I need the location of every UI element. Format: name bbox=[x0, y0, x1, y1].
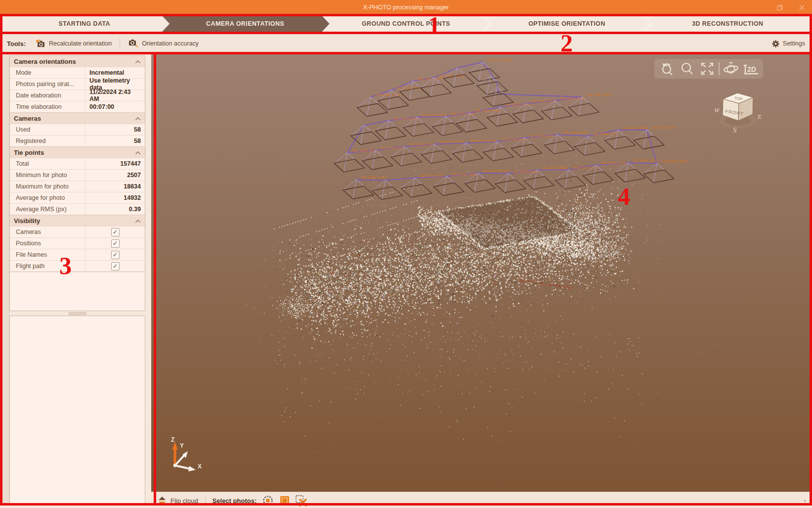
property-label: Average for photo bbox=[10, 192, 85, 203]
zoom-icon[interactable] bbox=[678, 60, 696, 78]
property-value: Use telemetry data bbox=[85, 79, 145, 90]
nav-cube[interactable]: TOP FRONT W E S bbox=[712, 90, 764, 138]
tab-label: 3D RECONSTRUCTION bbox=[692, 20, 763, 27]
property-label: Mode bbox=[10, 67, 85, 78]
orbit-icon[interactable] bbox=[722, 60, 740, 78]
file-names-checkbox[interactable]: ✓ bbox=[111, 251, 120, 259]
panel-lower-area bbox=[9, 316, 145, 504]
property-row: Used58 bbox=[10, 124, 145, 135]
property-row: ModeIncremental bbox=[10, 67, 145, 78]
tool-button-label: Orientation accuracy bbox=[142, 40, 199, 47]
tools-buttons: Recalculate orientationOrientation accur… bbox=[33, 37, 202, 51]
camera-recalculate-icon bbox=[36, 39, 45, 49]
restore-button[interactable] bbox=[774, 2, 785, 13]
property-label: File Names bbox=[10, 249, 85, 260]
panel-splitter[interactable] bbox=[9, 311, 145, 316]
property-value: 157447 bbox=[85, 158, 145, 169]
window-controls bbox=[774, 0, 807, 15]
tab-wrap: 3D RECONSTRUCTION bbox=[643, 15, 812, 33]
splitter-grip-icon bbox=[69, 312, 86, 315]
viewport-3d: 2D TOP FRONT W E S bbox=[151, 54, 812, 508]
tools-bar: Tools: Recalculate orientationOrientatio… bbox=[0, 33, 812, 54]
property-row: Average for photo14932 bbox=[10, 192, 145, 203]
tools-prefix-label: Tools: bbox=[7, 40, 26, 47]
select-photos-buttons bbox=[261, 494, 312, 507]
property-label: Maximum for photo bbox=[10, 181, 85, 192]
compass-east-label: E bbox=[757, 113, 762, 120]
section-title: Cameras bbox=[14, 115, 135, 122]
property-row: Time elaboration00:07:00 bbox=[10, 101, 145, 112]
property-label: Minimum for photo bbox=[10, 170, 85, 181]
flip-cloud-button[interactable]: Flip cloud bbox=[157, 496, 198, 506]
tab-starting-data[interactable]: STARTING DATA bbox=[0, 15, 169, 33]
view-toolbar: 2D bbox=[654, 59, 763, 79]
section-header-camera-orientations[interactable]: Camera orientations bbox=[10, 56, 145, 67]
flip-cloud-icon bbox=[157, 496, 167, 506]
title-bar: X-PHOTO processing manager bbox=[0, 0, 812, 15]
property-label: Flight path bbox=[10, 261, 85, 272]
tab-wrap: CAMERA ORIENTATIONS bbox=[161, 15, 329, 33]
property-label: Date elaboration bbox=[10, 90, 85, 101]
property-value: ✓ bbox=[85, 227, 145, 237]
property-row: Average RMS (px)0.39 bbox=[10, 203, 145, 215]
property-value: 14932 bbox=[85, 192, 145, 203]
settings-button[interactable]: Settings bbox=[771, 40, 805, 48]
flip-cloud-label: Flip cloud bbox=[171, 497, 198, 505]
property-value: ✓ bbox=[85, 249, 145, 260]
property-row: Photos pairing strat...Use telemetry dat… bbox=[10, 78, 145, 90]
flight-path-checkbox[interactable]: ✓ bbox=[111, 262, 120, 271]
property-row: Total157447 bbox=[10, 158, 145, 169]
section-header-tie-points[interactable]: Tie points bbox=[10, 146, 145, 158]
properties-grid: Camera orientationsModeIncrementalPhotos… bbox=[9, 55, 145, 272]
section-title: Camera orientations bbox=[14, 58, 135, 65]
axis-x-label: X bbox=[198, 463, 202, 470]
recalculate-orientation-button[interactable]: Recalculate orientation bbox=[33, 37, 115, 51]
tab-optimise-orientation[interactable]: OPTIMISE ORIENTATION bbox=[482, 15, 651, 33]
axis-y-label: Y bbox=[180, 442, 184, 449]
property-label: Cameras bbox=[10, 227, 85, 237]
rotate-view-icon[interactable] bbox=[658, 60, 676, 78]
view-2d-icon[interactable]: 2D bbox=[742, 60, 760, 78]
tab-wrap: STARTING DATA bbox=[0, 15, 169, 33]
tab-label: CAMERA ORIENTATIONS bbox=[206, 20, 284, 27]
tab-wrap: OPTIMISE ORIENTATION bbox=[482, 15, 651, 33]
select-around-icon[interactable] bbox=[261, 494, 274, 507]
property-value: 00:07:00 bbox=[85, 101, 145, 112]
fit-view-icon[interactable] bbox=[698, 60, 716, 78]
chevron-up-icon bbox=[135, 216, 141, 225]
tab-3d-reconstruction[interactable]: 3D RECONSTRUCTION bbox=[643, 15, 812, 33]
main-area: Camera orientationsModeIncrementalPhotos… bbox=[0, 54, 812, 508]
tab-camera-orientations[interactable]: CAMERA ORIENTATIONS bbox=[161, 15, 329, 33]
resize-grip: ▪ bbox=[804, 498, 806, 504]
property-row: Maximum for photo18634 bbox=[10, 181, 145, 192]
property-value: ✓ bbox=[85, 238, 145, 249]
tab-ground-control-points[interactable]: GROUND CONTROL POINTS bbox=[322, 15, 490, 33]
section-header-cameras[interactable]: Cameras bbox=[10, 112, 145, 124]
tab-wrap: GROUND CONTROL POINTS bbox=[322, 15, 490, 33]
cameras-checkbox[interactable]: ✓ bbox=[111, 228, 120, 236]
compass-south-label: S bbox=[733, 126, 737, 134]
compass-west-label: W bbox=[714, 106, 720, 114]
clear-selection-icon[interactable] bbox=[295, 494, 308, 507]
orientation-accuracy-button[interactable]: Orientation accuracy bbox=[125, 37, 202, 51]
section-header-visibility[interactable]: Visibility bbox=[10, 215, 145, 226]
section-title: Visibility bbox=[14, 217, 135, 225]
settings-label: Settings bbox=[783, 40, 805, 47]
close-button[interactable] bbox=[796, 2, 807, 13]
panel-margin-strip bbox=[1, 55, 9, 504]
workflow-tabs: STARTING DATACAMERA ORIENTATIONSGROUND C… bbox=[0, 15, 812, 33]
property-label: Registered bbox=[10, 136, 85, 146]
panel-empty-area bbox=[9, 272, 145, 311]
tool-button-label: Recalculate orientation bbox=[49, 40, 112, 47]
close-icon bbox=[799, 4, 805, 11]
property-label: Time elaboration bbox=[10, 101, 85, 112]
property-row: Date elaboration11/2/2024 2:43 AM bbox=[10, 90, 145, 101]
select-rectangle-icon[interactable] bbox=[278, 494, 291, 507]
toolbar-separator bbox=[719, 62, 720, 75]
property-value: 18634 bbox=[85, 181, 145, 192]
positions-checkbox[interactable]: ✓ bbox=[111, 239, 120, 248]
property-row: Registered58 bbox=[10, 135, 145, 146]
property-label: Positions bbox=[10, 238, 85, 249]
property-row: Minimum for photo2507 bbox=[10, 169, 145, 181]
property-value: 2507 bbox=[85, 170, 145, 181]
